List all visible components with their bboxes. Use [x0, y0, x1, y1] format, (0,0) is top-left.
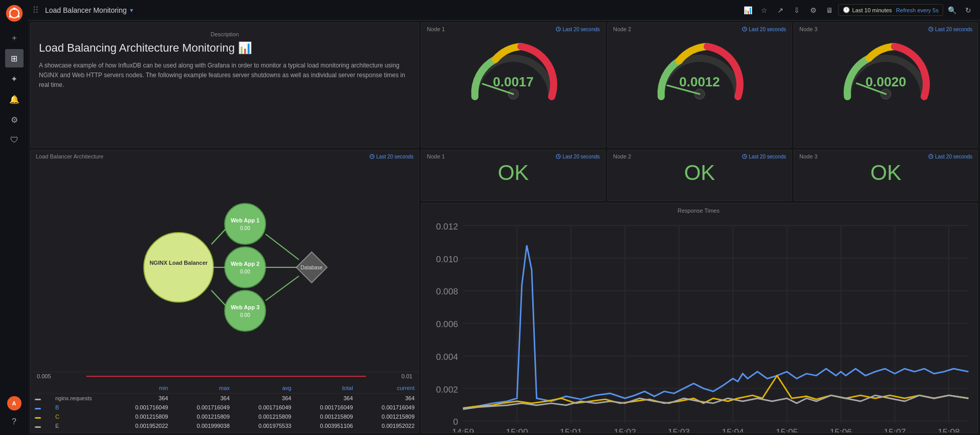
table-header-avg: avg	[230, 385, 291, 391]
arch-panel-header: Load Balancer Architecture Last 20 secon…	[31, 150, 419, 163]
table-cell-color	[35, 395, 55, 401]
time-range-label: Last 10 minutes	[852, 7, 892, 13]
refresh-icon[interactable]: ↻	[961, 3, 976, 18]
chart-area: 0.012 0.010 0.008 0.006 0.004 0.002 0	[424, 216, 973, 433]
sidebar-item-add[interactable]: ＋	[5, 29, 24, 47]
table-cell-current: 0.001716049	[353, 404, 415, 410]
import-icon[interactable]: ⇩	[789, 3, 804, 18]
search-icon[interactable]: 🔍	[944, 3, 960, 18]
status-node1-header: Node 1 Last 20 seconds	[422, 150, 605, 161]
chart-container: Response Times 0.012 0.010	[422, 203, 977, 432]
description-panel: Description Load Balancing Architecture …	[30, 22, 419, 148]
arch-time: Last 20 seconds	[369, 154, 413, 159]
arch-diagram-svg: NGINX Load Balancer Web App 1 0.00 Web A…	[97, 193, 353, 341]
arch-and-table-panel: Load Balancer Architecture Last 20 secon…	[30, 150, 419, 433]
svg-text:15:03: 15:03	[668, 427, 690, 433]
status-node3-time: Last 20 seconds	[928, 154, 972, 159]
sidebar-item-help[interactable]: ?	[5, 413, 24, 431]
monitor-icon[interactable]: 🖥	[822, 3, 837, 18]
table-header-total: total	[291, 385, 353, 391]
chart-panel: Response Times 0.012 0.010	[421, 203, 978, 433]
gear-icon[interactable]: ⚙	[805, 3, 821, 18]
bar-chart-icon[interactable]: 📊	[740, 3, 755, 18]
sidebar-item-settings[interactable]: ⚙	[5, 110, 24, 129]
svg-line-24	[266, 234, 299, 260]
svg-line-21	[211, 229, 226, 244]
table-cell-color	[35, 414, 55, 420]
gauge-node2-header: Node 2 Last 20 seconds	[608, 23, 791, 33]
svg-text:15:05: 15:05	[776, 427, 798, 433]
description-body: A showcase example of how InfluxDB can b…	[39, 61, 410, 90]
user-avatar[interactable]: A	[7, 396, 21, 410]
svg-text:14:59: 14:59	[452, 427, 474, 433]
gauge-node2-time: Last 20 seconds	[742, 27, 786, 32]
table-cell-total: 0.001215809	[291, 414, 353, 420]
svg-text:0.004: 0.004	[436, 352, 459, 362]
topbar-actions: 📊 ☆ ↗ ⇩ ⚙ 🖥 🕐 Last 10 minutes Refresh ev…	[740, 3, 976, 18]
sidebar-item-shield[interactable]: 🛡	[5, 131, 24, 149]
table-cell-avg: 0.001975533	[230, 423, 291, 429]
svg-point-3	[17, 15, 19, 18]
table-cell-max: 0.001215809	[168, 414, 229, 420]
share-icon[interactable]: ↗	[773, 3, 788, 18]
svg-line-53	[931, 156, 932, 157]
svg-text:15:07: 15:07	[884, 427, 906, 433]
svg-text:15:02: 15:02	[614, 427, 636, 433]
svg-text:0.012: 0.012	[436, 221, 458, 232]
title-dropdown-arrow[interactable]: ▾	[130, 7, 133, 14]
grafana-logo[interactable]	[5, 4, 24, 22]
status-node1-time: Last 20 seconds	[556, 154, 600, 159]
time-range-picker[interactable]: 🕐 Last 10 minutes Refresh every 5s	[838, 4, 943, 16]
table-row: nginx.requests 364 364 364 364 364	[35, 394, 415, 403]
table-cell-max: 0.001999038	[168, 423, 229, 429]
sidebar-bottom: A ?	[5, 396, 24, 431]
description-panel-title: Description	[39, 29, 410, 41]
table-cell-max: 0.001716049	[168, 404, 229, 410]
table-cell-total: 364	[291, 395, 353, 401]
table-row: B 0.001716049 0.001716049 0.001716049 0.…	[35, 403, 415, 412]
svg-text:Database: Database	[301, 265, 323, 270]
status-node1-value: OK	[422, 161, 605, 185]
svg-text:0.0017: 0.0017	[493, 74, 534, 89]
table-cell-name: nginx.requests	[55, 395, 106, 401]
status-node2-value: OK	[608, 161, 791, 185]
sidebar-item-dashboards[interactable]: ⊞	[5, 49, 24, 67]
svg-line-47	[558, 156, 559, 157]
table-cell-color	[35, 404, 55, 410]
chart-title: Response Times	[424, 205, 973, 216]
table-cell-min: 0.001215809	[106, 414, 168, 420]
star-icon[interactable]: ☆	[756, 3, 772, 18]
svg-point-10	[225, 203, 266, 244]
svg-text:Web App 1: Web App 1	[231, 217, 259, 223]
svg-text:0.00: 0.00	[240, 312, 250, 318]
svg-text:0.0012: 0.0012	[679, 74, 720, 89]
svg-line-7	[372, 156, 373, 157]
svg-text:0.006: 0.006	[436, 319, 458, 329]
table-cell-total: 0.001716049	[291, 404, 353, 410]
table-header-name	[55, 385, 106, 391]
table-section: min max avg total current nginx.requests…	[31, 381, 419, 432]
svg-point-16	[225, 290, 266, 331]
description-heading: Load Balancing Architecture Monitoring 📊	[39, 41, 410, 55]
table-cell-min: 0.001952022	[106, 423, 168, 429]
svg-text:Web App 3: Web App 3	[231, 304, 259, 310]
gauge-node1-display: 0.0017	[422, 33, 605, 109]
svg-point-8	[144, 233, 213, 302]
svg-point-2	[13, 8, 15, 10]
sidebar-item-explore[interactable]: ✦	[5, 70, 24, 88]
svg-text:0.00: 0.00	[240, 225, 250, 231]
sidebar-item-alerts[interactable]: 🔔	[5, 90, 24, 108]
table-cell-color	[35, 423, 55, 429]
table-cell-avg: 0.001716049	[230, 404, 291, 410]
status-node1: Node 1 Last 20 seconds OK	[421, 150, 605, 201]
status-node2-label: Node 2	[613, 153, 631, 159]
status-node3-value: OK	[794, 161, 977, 185]
status-node2: Node 2 Last 20 seconds OK	[607, 150, 792, 201]
table-row: E 0.001952022 0.001999038 0.001975533 0.…	[35, 421, 415, 430]
arch-title: Load Balancer Architecture	[36, 153, 103, 159]
svg-line-35	[745, 29, 746, 30]
status-node2-header: Node 2 Last 20 seconds	[608, 150, 791, 161]
table-header-min: min	[106, 385, 168, 391]
svg-point-0	[6, 5, 22, 21]
refresh-label: Refresh every 5s	[896, 7, 939, 13]
